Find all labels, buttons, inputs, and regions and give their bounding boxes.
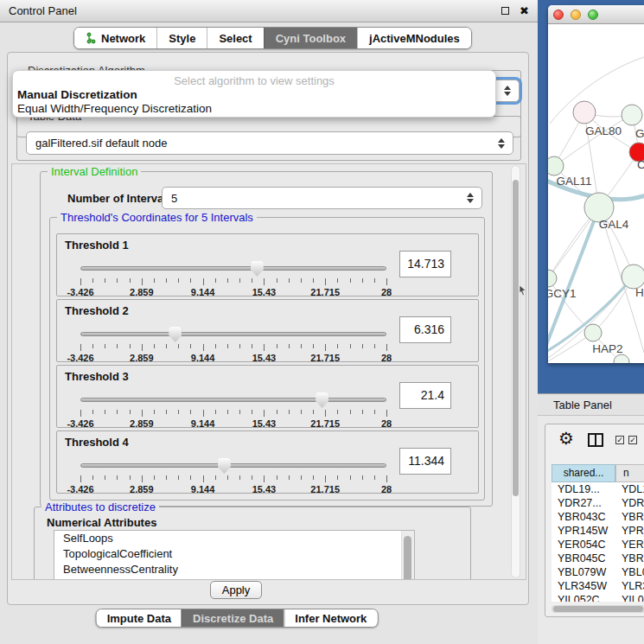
- threshold-slider[interactable]: -3.4262.8599.14415.4321.71528: [80, 326, 386, 362]
- network-view-window[interactable]: GAL80GACGAL11GAL4GCY1HHAP2: [548, 5, 644, 363]
- bottom-tab-impute-data[interactable]: Impute Data: [97, 609, 182, 627]
- dropdown-option-manual-discretization[interactable]: Manual Discretization: [17, 88, 137, 101]
- attribute-item-selfloops[interactable]: SelfLoops: [54, 531, 414, 546]
- tab-jactivemnodules[interactable]: jActiveMNodules: [357, 28, 471, 48]
- node-table-container: ⚙ ✓ ✓ shared... n YDL19...YDL1YDR27...YD…: [545, 424, 644, 617]
- cell-name[interactable]: YBL0: [615, 565, 644, 579]
- slider-thumb[interactable]: [218, 458, 231, 474]
- network-node[interactable]: [614, 354, 629, 363]
- threshold-slider[interactable]: -3.4262.8599.14415.4321.71528: [80, 260, 386, 296]
- table-row[interactable]: YDR27...YDR2: [552, 496, 644, 510]
- threshold-value-field[interactable]: 6.316: [399, 316, 451, 343]
- horizontal-scrollbar-thumb[interactable]: [553, 606, 643, 612]
- vertical-scrollbar-thumb[interactable]: [513, 180, 519, 496]
- tab-network[interactable]: Network: [74, 28, 156, 48]
- slider-tick-label: -3.426: [56, 287, 105, 297]
- table-row[interactable]: YBR043CYBR0: [552, 510, 644, 524]
- attribute-item-topologicalcoefficient[interactable]: TopologicalCoefficient: [54, 546, 414, 562]
- list-scrollbar-thumb[interactable]: [404, 536, 411, 580]
- cell-name[interactable]: YLR3: [615, 579, 644, 593]
- cell-shared-name[interactable]: YPR145W: [552, 524, 615, 538]
- slider-tick: [203, 344, 204, 351]
- cell-shared-name[interactable]: YLR345W: [552, 579, 615, 593]
- network-node[interactable]: [548, 156, 564, 175]
- zoom-traffic-light-icon[interactable]: [588, 10, 598, 20]
- cell-shared-name[interactable]: YBR043C: [552, 510, 615, 524]
- table-row[interactable]: YPR145WYPR1: [552, 524, 644, 538]
- cell-name[interactable]: YDR2: [615, 496, 644, 510]
- split-panel-icon[interactable]: [588, 433, 603, 447]
- threshold-slider[interactable]: -3.4262.8599.14415.4321.71528: [80, 457, 386, 494]
- bottom-tab-discretize-data[interactable]: Discretize Data: [182, 609, 284, 627]
- table-row[interactable]: YBL079WYBL0: [552, 565, 644, 579]
- dropdown-option-equal-width-frequency[interactable]: Equal Width/Frequency Discretization: [17, 102, 212, 115]
- threshold-slider[interactable]: -3.4262.8599.14415.4321.71528: [80, 392, 386, 428]
- slider-tick: [166, 344, 167, 348]
- network-graph[interactable]: GAL80GACGAL11GAL4GCY1HHAP2: [548, 24, 644, 363]
- table-data-combobox[interactable]: galFiltered.sif default node: [26, 131, 513, 155]
- slider-tick: [350, 410, 351, 414]
- slider-tick: [105, 410, 105, 414]
- table-row[interactable]: YER054CYER0: [552, 538, 644, 552]
- table-row[interactable]: YLR345WYLR3: [552, 579, 644, 593]
- attribute-item-betweennesscentrality[interactable]: BetweennessCentrality: [54, 562, 414, 577]
- slider-track[interactable]: [80, 266, 386, 271]
- network-node[interactable]: [573, 101, 596, 124]
- cell-shared-name[interactable]: YBR045C: [552, 552, 615, 565]
- network-node[interactable]: [548, 270, 557, 287]
- num-intervals-combobox[interactable]: 5: [162, 187, 482, 209]
- threshold-value-field[interactable]: 21.4: [399, 382, 451, 409]
- tab-cyni-toolbox[interactable]: Cyni Toolbox: [264, 28, 357, 48]
- cell-shared-name[interactable]: YIL052C: [552, 593, 615, 602]
- cell-shared-name[interactable]: YBL079W: [552, 565, 615, 579]
- vertical-scrollbar[interactable]: [511, 165, 520, 578]
- slider-thumb[interactable]: [316, 392, 328, 408]
- close-icon[interactable]: ✖: [520, 5, 529, 16]
- group-title: Threshold's Coordinates for 5 Intervals: [57, 211, 257, 224]
- float-window-icon[interactable]: [501, 7, 509, 15]
- cell-name[interactable]: YDL1: [615, 482, 644, 496]
- slider-thumb[interactable]: [251, 261, 264, 277]
- checkbox-icon[interactable]: ✓: [628, 436, 637, 444]
- cell-name[interactable]: YPR1: [615, 524, 644, 538]
- close-traffic-light-icon[interactable]: [553, 10, 564, 20]
- slider-track[interactable]: [80, 463, 386, 468]
- slider-track[interactable]: [80, 398, 386, 402]
- network-window-titlebar[interactable]: [548, 5, 644, 24]
- column-header-name[interactable]: n: [615, 464, 644, 482]
- column-header-shared-name[interactable]: shared...: [552, 464, 615, 482]
- bottom-tab-infer-network[interactable]: Infer Network: [284, 609, 377, 627]
- network-node[interactable]: [622, 105, 642, 125]
- cell-name[interactable]: YER0: [615, 538, 644, 552]
- cell-name[interactable]: YIL0: [615, 593, 644, 602]
- apply-button[interactable]: Apply: [210, 581, 262, 599]
- checkbox-icon[interactable]: ✓: [615, 436, 624, 444]
- slider-tick: [325, 475, 326, 482]
- table-row[interactable]: YDL19...YDL1: [552, 482, 644, 496]
- interval-definition-group: Interval Definition Number of Intervals …: [40, 171, 493, 507]
- table-panel-titlebar: Table Panel: [538, 393, 644, 416]
- cell-name[interactable]: YBR0: [615, 552, 644, 565]
- threshold-value-field[interactable]: 11.344: [399, 448, 451, 475]
- network-canvas[interactable]: GAL80GACGAL11GAL4GCY1HHAP2: [548, 24, 644, 363]
- network-node[interactable]: [584, 324, 602, 341]
- slider-thumb[interactable]: [169, 327, 182, 342]
- table-row[interactable]: YIL052CYIL0: [552, 593, 644, 602]
- horizontal-scrollbar[interactable]: [552, 605, 644, 613]
- attributes-listbox[interactable]: SelfLoopsTopologicalCoefficientBetweenne…: [54, 530, 415, 580]
- threshold-label: Threshold 4: [65, 436, 129, 449]
- network-node[interactable]: [622, 265, 644, 289]
- cell-shared-name[interactable]: YER054C: [552, 538, 615, 552]
- minimize-traffic-light-icon[interactable]: [571, 10, 581, 20]
- cell-shared-name[interactable]: YDL19...: [552, 482, 615, 496]
- cell-name[interactable]: YBR0: [615, 510, 644, 524]
- gear-icon[interactable]: ⚙: [558, 430, 574, 447]
- threshold-value-field[interactable]: 14.713: [399, 251, 451, 277]
- tab-style[interactable]: Style: [156, 28, 207, 48]
- slider-tick: [277, 410, 277, 414]
- list-scrollbar[interactable]: [401, 531, 414, 580]
- cell-shared-name[interactable]: YDR27...: [552, 496, 615, 510]
- tab-select[interactable]: Select: [207, 28, 263, 48]
- slider-track[interactable]: [80, 332, 386, 336]
- table-row[interactable]: YBR045CYBR0: [552, 552, 644, 565]
